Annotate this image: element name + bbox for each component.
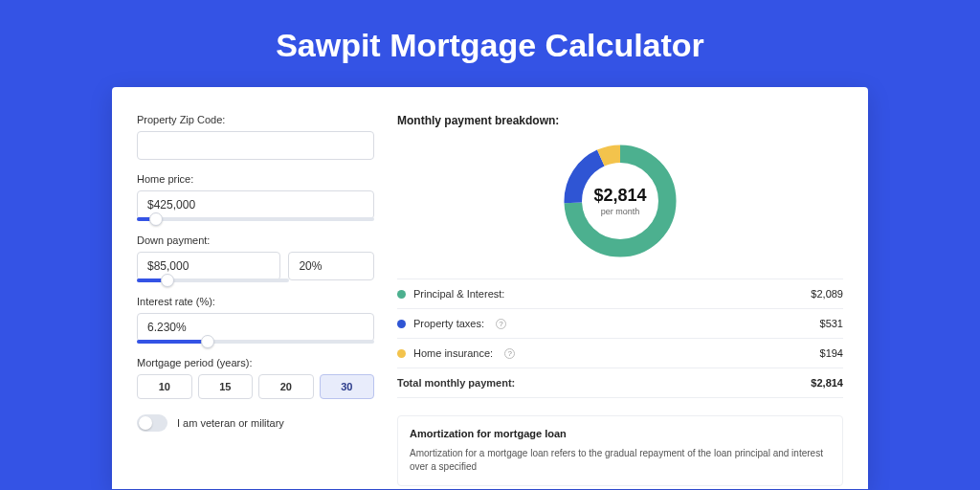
info-icon[interactable]: ? — [504, 348, 515, 359]
down-payment-percent-input[interactable] — [288, 252, 374, 280]
interest-field: Interest rate (%): — [137, 296, 374, 344]
slider-thumb[interactable] — [149, 212, 163, 226]
home-price-field: Home price: — [137, 173, 374, 221]
interest-slider[interactable] — [137, 340, 374, 344]
down-payment-slider[interactable] — [137, 278, 289, 282]
legend-row: Home insurance:?$194 — [397, 339, 843, 368]
donut-chart: $2,814 per month — [558, 139, 682, 263]
total-label: Total monthly payment: — [397, 377, 515, 389]
veteran-label: I am veteran or military — [177, 417, 284, 429]
legend-dot — [397, 290, 406, 299]
page-title: Sawpit Mortgage Calculator — [0, 0, 980, 87]
legend-label: Principal & Interest: — [413, 288, 504, 300]
legend-value: $194 — [820, 347, 843, 359]
period-button-10[interactable]: 10 — [137, 374, 192, 399]
down-payment-label: Down payment: — [137, 234, 374, 246]
info-icon[interactable]: ? — [496, 319, 506, 329]
zip-field: Property Zip Code: — [137, 114, 374, 160]
legend-dot — [397, 320, 406, 328]
home-price-label: Home price: — [137, 173, 374, 185]
period-button-30[interactable]: 30 — [320, 374, 375, 399]
amortization-title: Amortization for mortgage loan — [410, 428, 831, 439]
legend-label: Home insurance: — [413, 347, 493, 359]
legend: Principal & Interest:$2,089Property taxe… — [397, 278, 843, 398]
period-field: Mortgage period (years): 10152030 — [137, 357, 374, 399]
breakdown-title: Monthly payment breakdown: — [397, 114, 843, 127]
legend-label: Property taxes: — [413, 318, 484, 329]
interest-label: Interest rate (%): — [137, 296, 374, 307]
period-button-15[interactable]: 15 — [198, 374, 254, 399]
down-payment-field: Down payment: — [137, 234, 374, 282]
form-column: Property Zip Code: Home price: Down paym… — [137, 114, 374, 462]
zip-label: Property Zip Code: — [137, 114, 374, 125]
interest-input[interactable] — [137, 313, 374, 342]
legend-row: Principal & Interest:$2,089 — [397, 279, 843, 309]
amortization-text: Amortization for a mortgage loan refers … — [410, 447, 831, 474]
donut-amount: $2,814 — [593, 186, 646, 206]
zip-input[interactable] — [137, 131, 374, 160]
calculator-card: Property Zip Code: Home price: Down paym… — [112, 87, 868, 489]
legend-value: $531 — [820, 318, 843, 329]
home-price-input[interactable] — [137, 190, 374, 219]
period-label: Mortgage period (years): — [137, 357, 374, 368]
slider-thumb[interactable] — [201, 335, 214, 348]
donut-sub: per month — [601, 207, 640, 216]
veteran-row: I am veteran or military — [137, 414, 374, 432]
legend-row: Property taxes:?$531 — [397, 309, 843, 339]
toggle-knob — [139, 416, 152, 430]
down-payment-amount-input[interactable] — [137, 252, 280, 280]
result-column: Monthly payment breakdown: $2,814 per mo… — [397, 114, 843, 462]
total-value: $2,814 — [811, 377, 843, 389]
period-button-20[interactable]: 20 — [258, 374, 314, 399]
legend-total-row: Total monthly payment:$2,814 — [397, 368, 843, 398]
legend-value: $2,089 — [811, 288, 843, 300]
amortization-box: Amortization for mortgage loan Amortizat… — [397, 415, 843, 486]
veteran-toggle[interactable] — [137, 414, 167, 432]
home-price-slider[interactable] — [137, 217, 374, 221]
legend-dot — [397, 349, 406, 358]
slider-thumb[interactable] — [161, 274, 174, 287]
